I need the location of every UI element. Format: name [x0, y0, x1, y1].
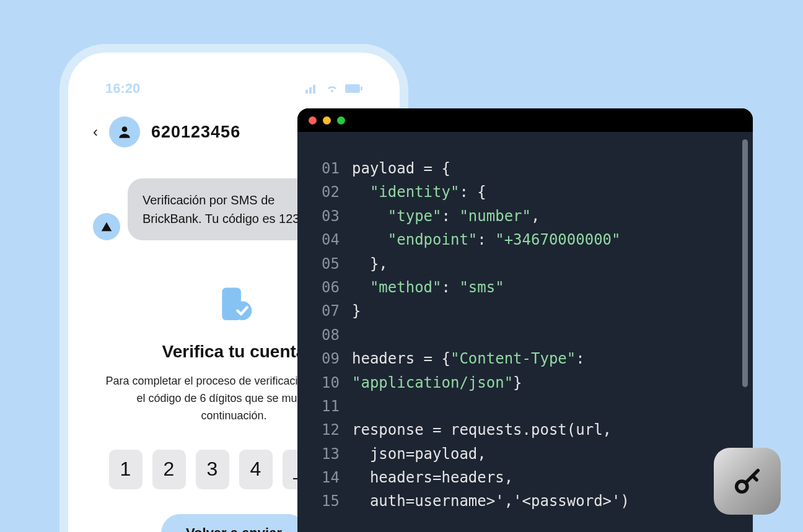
line-number: 04	[310, 228, 340, 251]
svg-rect-3	[345, 84, 360, 93]
code-text	[340, 323, 737, 347]
window-minimize-icon[interactable]	[323, 116, 331, 124]
scrollbar-thumb[interactable]	[742, 139, 748, 387]
window-close-icon[interactable]	[309, 116, 317, 124]
line-number: 14	[310, 466, 340, 489]
code-line: 05 },	[310, 252, 737, 276]
phone-status-icons	[305, 84, 362, 94]
otp-digit-4[interactable]: 4	[239, 450, 273, 489]
svg-rect-4	[361, 87, 362, 90]
code-line: 02 "identity": {	[310, 180, 737, 204]
line-number: 15	[310, 489, 340, 513]
resend-button[interactable]: Volver a enviar	[161, 514, 307, 532]
otp-digit-2[interactable]: 2	[152, 450, 186, 489]
code-line: 14 headers=headers,	[310, 466, 737, 489]
code-line: 15 auth=username>','<password>')	[310, 489, 737, 513]
code-text	[340, 395, 737, 418]
code-text: "type": "number",	[340, 204, 737, 228]
sender-avatar	[93, 213, 120, 240]
contact-number: 620123456	[151, 123, 240, 142]
line-number: 12	[310, 418, 340, 442]
svg-rect-1	[309, 87, 312, 94]
back-icon[interactable]: ‹	[93, 123, 98, 141]
phone-status-bar: 16:20	[93, 81, 375, 97]
line-number: 01	[310, 157, 340, 180]
code-text: }	[340, 299, 737, 323]
code-text: "identity": {	[340, 180, 737, 204]
line-number: 02	[310, 180, 340, 204]
line-number: 07	[310, 299, 340, 323]
svg-rect-2	[313, 85, 315, 94]
code-line: 12response = requests.post(url,	[310, 418, 737, 442]
code-text: headers = {"Content-Type":	[340, 347, 737, 370]
line-number: 06	[310, 276, 340, 299]
window-maximize-icon[interactable]	[337, 116, 345, 124]
key-icon	[731, 465, 763, 497]
line-number: 10	[310, 371, 340, 395]
phone-time: 16:20	[105, 81, 140, 97]
contact-avatar[interactable]	[109, 116, 140, 147]
otp-digit-3[interactable]: 3	[196, 450, 229, 489]
line-number: 03	[310, 204, 340, 228]
code-line: 09headers = {"Content-Type":	[310, 347, 737, 370]
code-line: 01payload = {	[310, 157, 737, 180]
otp-digit-1[interactable]: 1	[109, 450, 143, 489]
code-text: "method": "sms"	[340, 276, 737, 299]
key-tile[interactable]	[714, 448, 781, 515]
code-text: payload = {	[340, 157, 737, 180]
line-number: 08	[310, 323, 340, 347]
svg-point-5	[122, 126, 128, 132]
wifi-icon	[325, 84, 339, 94]
code-text: json=payload,	[340, 442, 737, 466]
code-line: 11	[310, 395, 737, 418]
battery-icon	[345, 84, 362, 93]
code-line: 13 json=payload,	[310, 442, 737, 466]
code-text: },	[340, 252, 737, 276]
window-titlebar	[297, 108, 753, 132]
code-line: 08	[310, 323, 737, 347]
code-line: 03 "type": "number",	[310, 204, 737, 228]
code-text: "application/json"}	[340, 371, 737, 395]
svg-rect-0	[305, 90, 308, 94]
line-number: 05	[310, 252, 340, 276]
code-text: headers=headers,	[340, 466, 737, 489]
code-text: auth=username>','<password>')	[340, 489, 737, 513]
code-line: 10"application/json"}	[310, 371, 737, 395]
code-text: response = requests.post(url,	[340, 418, 737, 442]
code-line: 04 "endpoint": "+34670000000"	[310, 228, 737, 251]
code-line: 07}	[310, 299, 737, 323]
code-editor-window: 01payload = {02 "identity": {03 "type": …	[297, 108, 753, 532]
line-number: 13	[310, 442, 340, 466]
line-number: 11	[310, 395, 340, 418]
signal-icon	[305, 84, 319, 94]
code-line: 06 "method": "sms"	[310, 276, 737, 299]
code-text: "endpoint": "+34670000000"	[340, 228, 737, 251]
code-body[interactable]: 01payload = {02 "identity": {03 "type": …	[297, 132, 753, 513]
line-number: 09	[310, 347, 340, 370]
